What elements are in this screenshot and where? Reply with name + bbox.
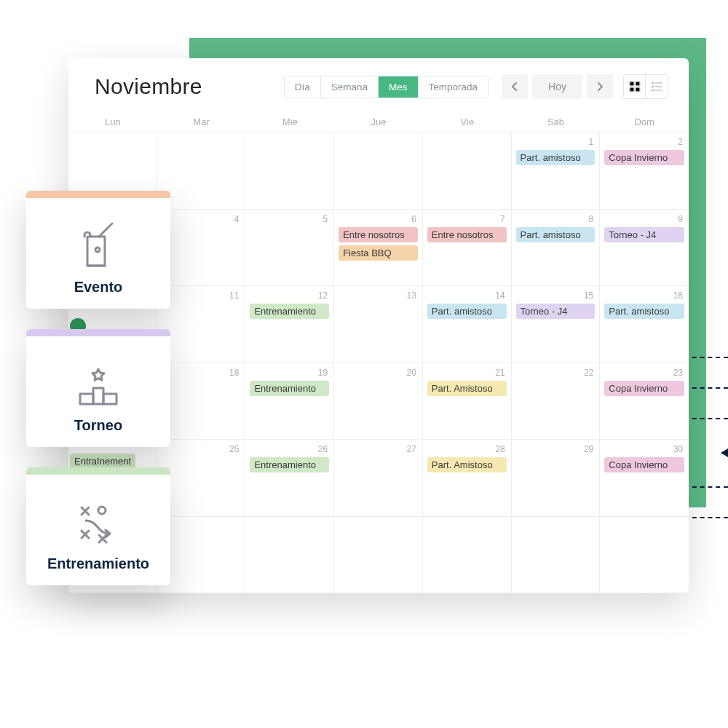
day-cell[interactable]: 5 — [245, 210, 334, 287]
list-icon — [651, 81, 662, 92]
day-cell[interactable] — [334, 517, 423, 594]
event-pill[interactable]: Copa Invierno — [604, 381, 684, 396]
day-cell[interactable] — [423, 132, 512, 210]
event-pill[interactable]: Torneo - J4 — [604, 227, 684, 242]
event-pill[interactable]: Part. amistoso — [516, 227, 596, 242]
day-cell[interactable]: 23Copa Invierno — [600, 363, 689, 440]
day-cell[interactable]: 21Part. Amistoso — [423, 363, 512, 440]
drink-icon — [73, 222, 124, 273]
card-accent — [26, 191, 170, 198]
day-cell[interactable]: 7Entre nosotros — [423, 210, 512, 287]
day-cell[interactable]: 6Entre nosotrosFiesta BBQ — [334, 210, 423, 287]
day-number: 28 — [427, 444, 507, 454]
view-week[interactable]: Semana — [321, 76, 379, 98]
day-number: 1 — [516, 137, 596, 147]
day-cell[interactable]: 20 — [334, 363, 423, 440]
day-number: 14 — [427, 290, 507, 301]
event-pill[interactable]: Entrenamiento — [250, 457, 329, 472]
type-card-tournament[interactable]: Torneo — [26, 329, 170, 447]
svg-rect-3 — [636, 87, 640, 92]
type-card-event[interactable]: Evento — [26, 191, 170, 309]
event-pill[interactable]: Entre nosotros — [427, 227, 507, 242]
event-pill[interactable]: Part. amistoso — [604, 304, 684, 319]
day-number: 13 — [339, 290, 418, 301]
day-number: 2 — [604, 137, 684, 147]
prev-button[interactable] — [502, 74, 528, 99]
day-number: 15 — [516, 290, 596, 301]
event-pill[interactable]: Entrenamiento — [250, 304, 329, 319]
day-number: 26 — [250, 444, 329, 454]
weekday-label: Mie — [245, 116, 334, 127]
day-number: 29 — [516, 444, 596, 454]
card-accent — [26, 467, 170, 475]
type-card-training[interactable]: Entrenamiento — [26, 467, 170, 585]
day-number: 4 — [162, 214, 241, 224]
card-accent — [26, 329, 170, 336]
event-pill[interactable]: Copa Invierno — [604, 457, 684, 472]
today-button[interactable]: Hoy — [532, 74, 582, 99]
view-season[interactable]: Temporada — [419, 76, 488, 98]
svg-point-10 — [652, 86, 654, 87]
event-pill[interactable]: Entrenamiento — [250, 381, 329, 396]
day-cell[interactable] — [334, 132, 423, 210]
day-cell[interactable]: 14Part. amistoso — [423, 286, 512, 363]
day-cell[interactable] — [512, 517, 601, 594]
day-cell[interactable]: 28Part. Amistoso — [423, 440, 512, 517]
day-cell[interactable]: 29 — [512, 440, 601, 517]
day-cell[interactable]: 22 — [512, 363, 601, 440]
weekday-label: Mar — [157, 116, 246, 127]
view-month[interactable]: Mes — [379, 76, 419, 98]
day-number: 27 — [339, 444, 418, 454]
next-button[interactable] — [587, 74, 613, 99]
day-number: 25 — [162, 444, 241, 454]
card-label: Torneo — [74, 417, 122, 434]
card-label: Entrenamiento — [47, 555, 149, 572]
weekday-label: Lun — [68, 116, 157, 127]
day-cell[interactable]: 1Part. amistoso — [512, 132, 601, 210]
event-pill[interactable]: Entraînement — [70, 454, 135, 469]
event-pill[interactable]: Part. Amistoso — [427, 381, 507, 396]
podium-icon — [73, 360, 124, 411]
day-cell[interactable]: 9Torneo - J4 — [600, 210, 689, 287]
grid-mode[interactable] — [624, 75, 646, 98]
svg-point-8 — [652, 82, 654, 84]
chevron-right-icon — [596, 82, 604, 91]
weekday-label: Sab — [512, 116, 601, 127]
event-pill[interactable]: Copa Invierno — [604, 150, 684, 165]
day-cell[interactable]: 16Part. amistoso — [600, 286, 689, 363]
event-pill[interactable]: Part. Amistoso — [427, 457, 507, 472]
tactics-icon — [73, 499, 124, 550]
day-cell[interactable] — [423, 517, 512, 594]
day-number: 16 — [604, 290, 684, 301]
event-pill[interactable]: Part. amistoso — [516, 150, 596, 165]
day-cell[interactable] — [245, 132, 334, 210]
weekday-label: Dom — [600, 116, 689, 127]
weekday-row: Lun Mar Mie Jue Vie Sab Dom — [68, 109, 689, 132]
list-mode[interactable] — [646, 75, 668, 98]
svg-point-14 — [95, 248, 100, 252]
day-cell[interactable]: 2Copa Invierno — [600, 132, 689, 210]
day-cell[interactable]: 13 — [334, 286, 423, 363]
day-cell[interactable]: 12Entrenamiento — [245, 286, 334, 363]
weekday-label: Jue — [334, 116, 423, 127]
day-cell[interactable]: 26Entrenamiento — [245, 440, 334, 517]
day-cell[interactable] — [245, 517, 334, 594]
event-pill[interactable]: Fiesta BBQ — [339, 245, 418, 261]
day-number: 30 — [604, 444, 684, 454]
day-number: 5 — [250, 214, 329, 224]
day-number: 18 — [162, 368, 241, 378]
view-day[interactable]: Día — [285, 76, 321, 98]
event-pill[interactable]: Part. amistoso — [427, 304, 507, 319]
day-cell[interactable]: 30Copa Invierno — [600, 440, 689, 517]
day-number: 9 — [604, 214, 684, 224]
weekday-label: Vie — [423, 116, 512, 127]
day-cell[interactable]: 19Entrenamiento — [245, 363, 334, 440]
event-pill[interactable]: Torneo - J4 — [516, 304, 596, 319]
event-pill[interactable]: Entre nosotros — [339, 227, 418, 242]
svg-rect-0 — [630, 82, 634, 86]
day-number: 20 — [339, 368, 418, 378]
day-cell[interactable]: 27 — [334, 440, 423, 517]
day-cell[interactable]: 15Torneo - J4 — [512, 286, 601, 363]
day-cell[interactable]: 8Part. amistoso — [512, 210, 601, 287]
day-cell[interactable] — [600, 517, 689, 594]
